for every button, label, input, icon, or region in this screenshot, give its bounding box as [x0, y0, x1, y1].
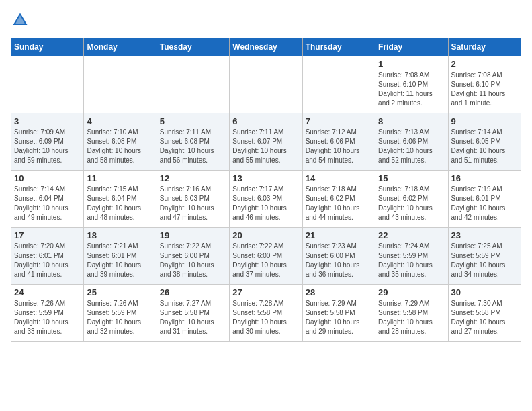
day-cell: 19Sunrise: 7:22 AM Sunset: 6:00 PM Dayli…: [157, 228, 229, 285]
day-number: 2: [451, 59, 518, 69]
day-cell: 9Sunrise: 7:14 AM Sunset: 6:05 PM Daylig…: [448, 113, 521, 171]
logo-icon: [11, 11, 30, 30]
week-row-3: 10Sunrise: 7:14 AM Sunset: 6:04 PM Dayli…: [11, 171, 521, 228]
day-number: 7: [306, 116, 372, 126]
day-info: Sunrise: 7:19 AM Sunset: 6:01 PM Dayligh…: [451, 185, 518, 222]
week-row-2: 3Sunrise: 7:09 AM Sunset: 6:09 PM Daylig…: [11, 113, 521, 171]
weekday-header-wednesday: Wednesday: [230, 38, 302, 56]
day-number: 5: [160, 116, 226, 126]
day-info: Sunrise: 7:27 AM Sunset: 5:58 PM Dayligh…: [160, 299, 226, 336]
day-number: 18: [87, 230, 153, 240]
day-cell: 12Sunrise: 7:16 AM Sunset: 6:03 PM Dayli…: [157, 171, 229, 228]
day-number: 24: [14, 287, 81, 298]
day-cell: [230, 56, 302, 113]
day-cell: 5Sunrise: 7:11 AM Sunset: 6:08 PM Daylig…: [157, 113, 229, 171]
day-number: 11: [87, 173, 153, 183]
day-info: Sunrise: 7:13 AM Sunset: 6:06 PM Dayligh…: [378, 128, 445, 165]
calendar-body: 1Sunrise: 7:08 AM Sunset: 6:10 PM Daylig…: [11, 56, 521, 342]
day-info: Sunrise: 7:18 AM Sunset: 6:02 PM Dayligh…: [378, 185, 445, 222]
day-cell: [11, 56, 84, 113]
day-cell: 10Sunrise: 7:14 AM Sunset: 6:04 PM Dayli…: [11, 171, 84, 228]
day-info: Sunrise: 7:11 AM Sunset: 6:08 PM Dayligh…: [160, 128, 226, 165]
day-info: Sunrise: 7:30 AM Sunset: 5:58 PM Dayligh…: [451, 299, 518, 336]
day-cell: 3Sunrise: 7:09 AM Sunset: 6:09 PM Daylig…: [11, 113, 84, 171]
day-info: Sunrise: 7:29 AM Sunset: 5:58 PM Dayligh…: [306, 299, 372, 336]
day-cell: 29Sunrise: 7:29 AM Sunset: 5:58 PM Dayli…: [375, 285, 448, 342]
day-number: 3: [14, 116, 81, 126]
day-cell: 25Sunrise: 7:26 AM Sunset: 5:59 PM Dayli…: [84, 285, 157, 342]
day-number: 19: [160, 230, 226, 240]
day-info: Sunrise: 7:12 AM Sunset: 6:06 PM Dayligh…: [306, 128, 372, 165]
day-number: 12: [160, 173, 226, 183]
day-info: Sunrise: 7:23 AM Sunset: 6:00 PM Dayligh…: [306, 242, 372, 279]
day-number: 28: [306, 287, 372, 298]
week-row-1: 1Sunrise: 7:08 AM Sunset: 6:10 PM Daylig…: [11, 56, 521, 113]
calendar-header: SundayMondayTuesdayWednesdayThursdayFrid…: [11, 38, 521, 56]
day-info: Sunrise: 7:16 AM Sunset: 6:03 PM Dayligh…: [160, 185, 226, 222]
day-number: 25: [87, 287, 153, 298]
weekday-header-tuesday: Tuesday: [157, 38, 229, 56]
weekday-header-friday: Friday: [375, 38, 448, 56]
day-number: 15: [378, 173, 445, 183]
day-info: Sunrise: 7:26 AM Sunset: 5:59 PM Dayligh…: [87, 299, 153, 336]
day-cell: 18Sunrise: 7:21 AM Sunset: 6:01 PM Dayli…: [84, 228, 157, 285]
day-cell: 17Sunrise: 7:20 AM Sunset: 6:01 PM Dayli…: [11, 228, 84, 285]
day-number: 26: [160, 287, 226, 298]
day-info: Sunrise: 7:25 AM Sunset: 5:59 PM Dayligh…: [451, 242, 518, 279]
day-cell: 8Sunrise: 7:13 AM Sunset: 6:06 PM Daylig…: [375, 113, 448, 171]
day-info: Sunrise: 7:08 AM Sunset: 6:10 PM Dayligh…: [378, 71, 445, 108]
day-cell: [84, 56, 157, 113]
day-number: 17: [14, 230, 81, 240]
day-info: Sunrise: 7:28 AM Sunset: 5:58 PM Dayligh…: [232, 299, 299, 336]
day-cell: 2Sunrise: 7:08 AM Sunset: 6:10 PM Daylig…: [448, 56, 521, 113]
day-cell: 1Sunrise: 7:08 AM Sunset: 6:10 PM Daylig…: [375, 56, 448, 113]
day-number: 10: [14, 173, 81, 183]
day-cell: [302, 56, 375, 113]
day-number: 13: [232, 173, 299, 183]
week-row-4: 17Sunrise: 7:20 AM Sunset: 6:01 PM Dayli…: [11, 228, 521, 285]
day-cell: 11Sunrise: 7:15 AM Sunset: 6:04 PM Dayli…: [84, 171, 157, 228]
day-cell: 15Sunrise: 7:18 AM Sunset: 6:02 PM Dayli…: [375, 171, 448, 228]
day-cell: 16Sunrise: 7:19 AM Sunset: 6:01 PM Dayli…: [448, 171, 521, 228]
day-cell: 26Sunrise: 7:27 AM Sunset: 5:58 PM Dayli…: [157, 285, 229, 342]
day-info: Sunrise: 7:29 AM Sunset: 5:58 PM Dayligh…: [378, 299, 445, 336]
day-cell: 21Sunrise: 7:23 AM Sunset: 6:00 PM Dayli…: [302, 228, 375, 285]
day-number: 21: [306, 230, 372, 240]
day-info: Sunrise: 7:20 AM Sunset: 6:01 PM Dayligh…: [14, 242, 81, 279]
day-info: Sunrise: 7:17 AM Sunset: 6:03 PM Dayligh…: [232, 185, 299, 222]
day-number: 8: [378, 116, 445, 126]
page-header: [11, 11, 521, 30]
day-number: 22: [378, 230, 445, 240]
day-number: 6: [232, 116, 299, 126]
day-number: 4: [87, 116, 153, 126]
day-number: 16: [451, 173, 518, 183]
weekday-header-sunday: Sunday: [11, 38, 84, 56]
day-info: Sunrise: 7:10 AM Sunset: 6:08 PM Dayligh…: [87, 128, 153, 165]
weekday-header-thursday: Thursday: [302, 38, 375, 56]
day-info: Sunrise: 7:26 AM Sunset: 5:59 PM Dayligh…: [14, 299, 81, 336]
day-info: Sunrise: 7:22 AM Sunset: 6:00 PM Dayligh…: [160, 242, 226, 279]
day-info: Sunrise: 7:11 AM Sunset: 6:07 PM Dayligh…: [232, 128, 299, 165]
weekday-header-saturday: Saturday: [448, 38, 521, 56]
day-cell: 13Sunrise: 7:17 AM Sunset: 6:03 PM Dayli…: [230, 171, 302, 228]
day-info: Sunrise: 7:08 AM Sunset: 6:10 PM Dayligh…: [451, 71, 518, 108]
day-info: Sunrise: 7:09 AM Sunset: 6:09 PM Dayligh…: [14, 128, 81, 165]
weekday-row: SundayMondayTuesdayWednesdayThursdayFrid…: [11, 38, 521, 56]
day-info: Sunrise: 7:22 AM Sunset: 6:00 PM Dayligh…: [232, 242, 299, 279]
day-number: 29: [378, 287, 445, 298]
day-info: Sunrise: 7:24 AM Sunset: 5:59 PM Dayligh…: [378, 242, 445, 279]
day-cell: 28Sunrise: 7:29 AM Sunset: 5:58 PM Dayli…: [302, 285, 375, 342]
day-cell: 23Sunrise: 7:25 AM Sunset: 5:59 PM Dayli…: [448, 228, 521, 285]
day-cell: 24Sunrise: 7:26 AM Sunset: 5:59 PM Dayli…: [11, 285, 84, 342]
day-cell: [157, 56, 229, 113]
day-number: 14: [306, 173, 372, 183]
day-cell: 20Sunrise: 7:22 AM Sunset: 6:00 PM Dayli…: [230, 228, 302, 285]
week-row-5: 24Sunrise: 7:26 AM Sunset: 5:59 PM Dayli…: [11, 285, 521, 342]
day-cell: 14Sunrise: 7:18 AM Sunset: 6:02 PM Dayli…: [302, 171, 375, 228]
day-info: Sunrise: 7:14 AM Sunset: 6:04 PM Dayligh…: [14, 185, 81, 222]
day-number: 27: [232, 287, 299, 298]
day-number: 30: [451, 287, 518, 298]
day-number: 23: [451, 230, 518, 240]
day-number: 20: [232, 230, 299, 240]
logo: [11, 11, 32, 30]
